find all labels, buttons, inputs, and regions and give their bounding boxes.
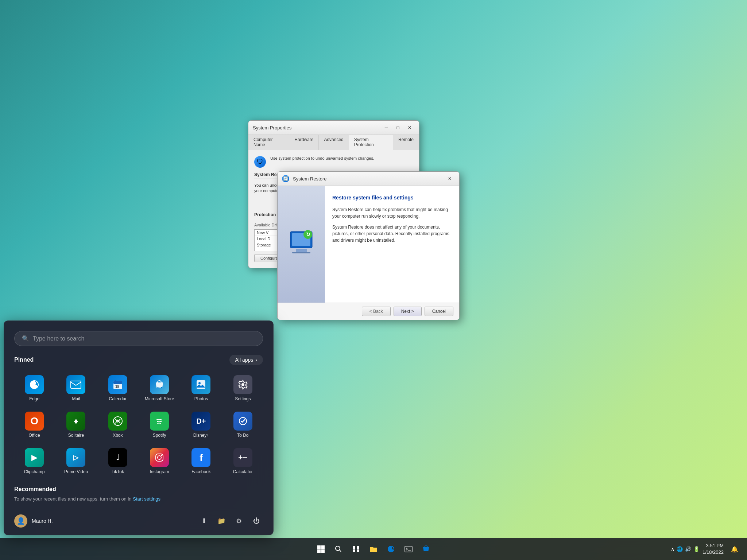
wizard-titlebar: 🔄 System Restore ✕ xyxy=(278,172,459,186)
svg-point-16 xyxy=(241,383,244,386)
store-label: Microsoft Store xyxy=(145,396,174,401)
todo-icon xyxy=(233,412,252,431)
search-bar[interactable]: 🔍 xyxy=(14,331,263,346)
user-name: Mauro H. xyxy=(32,518,53,524)
app-facebook[interactable]: f Facebook xyxy=(181,444,221,479)
next-button[interactable]: Next > xyxy=(394,307,422,316)
svg-rect-28 xyxy=(353,546,355,549)
app-prime-video[interactable]: ▷ Prime Video xyxy=(56,444,96,479)
xbox-icon xyxy=(108,412,127,431)
disney-plus-label: Disney+ xyxy=(193,433,209,438)
chevron-right-icon: › xyxy=(255,357,257,363)
edge-label: Edge xyxy=(29,396,39,401)
clipchamp-label: Clipchamp xyxy=(24,469,45,474)
svg-point-12 xyxy=(158,387,159,388)
office-label: Office xyxy=(29,433,40,438)
wizard-controls: ✕ xyxy=(445,175,455,183)
app-todo[interactable]: To Do xyxy=(223,407,263,442)
tab-hardware[interactable]: Hardware xyxy=(289,135,319,150)
taskbar-search-button[interactable] xyxy=(330,541,347,557)
start-button[interactable] xyxy=(313,541,329,557)
instagram-label: Instagram xyxy=(150,469,169,474)
start-settings-link[interactable]: Start settings xyxy=(133,496,160,502)
app-disney-plus[interactable]: D+ Disney+ xyxy=(181,407,221,442)
chevron-up-icon[interactable]: ∧ xyxy=(671,546,674,552)
svg-rect-6 xyxy=(71,381,81,388)
app-calendar[interactable]: 18 Calendar xyxy=(98,371,138,406)
pinned-apps-grid: Edge Mail 18 Calendar Microsoft Store xyxy=(14,371,263,479)
svg-rect-3 xyxy=(292,252,310,253)
svg-point-17 xyxy=(113,417,122,425)
system-tray: ∧ 🌐 🔊 🔋 xyxy=(671,546,700,552)
app-office[interactable]: O Office xyxy=(14,407,54,442)
start-menu: 🔍 Pinned All apps › Edge Mail xyxy=(4,320,274,535)
svg-rect-30 xyxy=(353,549,355,552)
wizard-close-button[interactable]: ✕ xyxy=(445,175,455,183)
app-instagram[interactable]: Instagram xyxy=(139,444,179,479)
file-explorer-button[interactable]: 📁 xyxy=(215,514,228,528)
spotify-icon xyxy=(150,412,169,431)
disney-plus-icon: D+ xyxy=(191,412,210,431)
app-settings[interactable]: Settings xyxy=(223,371,263,406)
edge-taskbar-button[interactable] xyxy=(383,541,399,557)
system-clock[interactable]: 3:51 PM 1/18/2022 xyxy=(703,542,724,556)
clipchamp-icon: ▶ xyxy=(25,448,44,467)
settings-label: Settings xyxy=(235,396,251,401)
user-info[interactable]: 👤 Mauro H. xyxy=(14,514,53,528)
mail-label: Mail xyxy=(72,396,80,401)
system-properties-title: System Properties xyxy=(253,125,291,131)
volume-icon[interactable]: 🔊 xyxy=(685,546,691,552)
wizard-paragraph1: System Restore can help fix problems tha… xyxy=(332,206,452,219)
app-clipchamp[interactable]: ▶ Clipchamp xyxy=(14,444,54,479)
app-microsoft-store[interactable]: Microsoft Store xyxy=(139,371,179,406)
taskbar: ∧ 🌐 🔊 🔋 3:51 PM 1/18/2022 🔔 xyxy=(0,538,747,560)
office-icon: O xyxy=(25,412,44,431)
minimize-button[interactable]: ─ xyxy=(381,124,391,132)
shield-icon: 🛡 xyxy=(254,156,266,168)
close-button[interactable]: ✕ xyxy=(405,124,415,132)
app-xbox[interactable]: Xbox xyxy=(98,407,138,442)
protection-description-text: Use system protection to undo unwanted s… xyxy=(270,156,374,160)
solitaire-label: Solitaire xyxy=(68,433,84,438)
network-icon[interactable]: 🌐 xyxy=(677,546,683,552)
instagram-icon xyxy=(150,448,169,467)
tab-computer-name[interactable]: Computer Name xyxy=(248,135,289,150)
downloads-button[interactable]: ⬇ xyxy=(197,514,210,528)
wizard-paragraph2: System Restore does not affect any of yo… xyxy=(332,224,452,244)
all-apps-button[interactable]: All apps › xyxy=(229,355,263,365)
app-photos[interactable]: Photos xyxy=(181,371,221,406)
taskbar-center xyxy=(313,541,434,557)
app-mail[interactable]: Mail xyxy=(56,371,96,406)
terminal-taskbar-button[interactable] xyxy=(400,541,417,557)
file-explorer-taskbar-button[interactable] xyxy=(365,541,382,557)
calendar-label: Calendar xyxy=(109,396,127,401)
photos-icon xyxy=(191,375,210,394)
todo-label: To Do xyxy=(237,433,248,438)
maximize-button[interactable]: □ xyxy=(393,124,403,132)
search-input[interactable] xyxy=(33,335,255,342)
tab-remote[interactable]: Remote xyxy=(393,135,419,150)
task-view-button[interactable] xyxy=(348,541,364,557)
power-button[interactable]: ⏻ xyxy=(250,514,263,528)
wizard-title: System Restore xyxy=(293,176,326,182)
app-tiktok[interactable]: ♩ TikTok xyxy=(98,444,138,479)
notifications-button[interactable]: 🔔 xyxy=(727,541,743,557)
battery-icon[interactable]: 🔋 xyxy=(693,546,700,552)
back-button[interactable]: < Back xyxy=(362,307,391,316)
tab-advanced[interactable]: Advanced xyxy=(319,135,349,150)
wizard-illustration: ↻ xyxy=(287,228,316,261)
svg-rect-23 xyxy=(317,545,321,549)
store-taskbar-button[interactable] xyxy=(418,541,434,557)
user-actions: ⬇ 📁 ⚙ ⏻ xyxy=(197,514,263,528)
app-calculator[interactable]: +− Calculator xyxy=(223,444,263,479)
cancel-button[interactable]: Cancel xyxy=(425,307,453,316)
settings-icon xyxy=(233,375,252,394)
calculator-label: Calculator xyxy=(233,469,253,474)
svg-rect-31 xyxy=(357,549,359,552)
app-spotify[interactable]: Spotify xyxy=(139,407,179,442)
app-edge[interactable]: Edge xyxy=(14,371,54,406)
svg-point-27 xyxy=(336,546,340,551)
tab-system-protection[interactable]: System Protection xyxy=(349,135,393,150)
app-solitaire[interactable]: ♦ Solitaire xyxy=(56,407,96,442)
settings-button[interactable]: ⚙ xyxy=(232,514,245,528)
